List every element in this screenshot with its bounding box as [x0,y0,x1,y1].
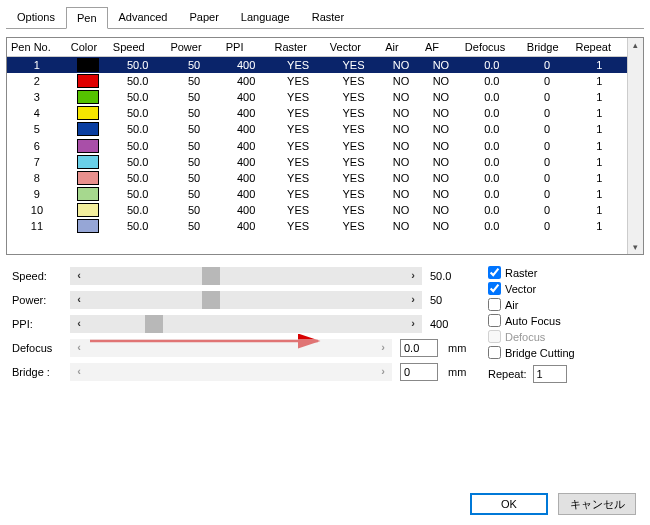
color-swatch[interactable] [77,106,99,120]
cancel-button[interactable]: キャンセル [558,493,636,515]
column-header[interactable]: Power [166,38,221,57]
defocus-slider: ‹› [70,339,392,357]
table-scrollbar[interactable]: ▴ ▾ [627,38,643,254]
speed-label: Speed: [12,270,70,282]
ppi-thumb[interactable] [145,315,163,333]
autofocus-checkbox-label: Auto Focus [505,315,561,327]
power-increase[interactable]: › [404,291,422,309]
color-swatch[interactable] [77,203,99,217]
table-row[interactable]: 550.050400YESYESNONO0.001 [7,121,627,137]
air-checkbox-label: Air [505,299,518,311]
repeat-label: Repeat: [488,368,527,380]
defocus-checkbox [488,330,501,343]
color-swatch[interactable] [77,122,99,136]
column-header[interactable]: Color [67,38,109,57]
ppi-slider[interactable]: ‹› [70,315,422,333]
defocus-value-input[interactable] [400,339,438,357]
color-swatch[interactable] [77,155,99,169]
bridge-unit: mm [448,366,474,378]
bridge-label: Bridge : [12,366,70,378]
color-swatch[interactable] [77,139,99,153]
table-row[interactable]: 950.050400YESYESNONO0.001 [7,186,627,202]
column-header[interactable]: Raster [270,38,325,57]
color-swatch[interactable] [77,74,99,88]
ppi-value: 400 [430,315,474,333]
power-slider[interactable]: ‹› [70,291,422,309]
ppi-label: PPI: [12,318,70,330]
color-swatch[interactable] [77,219,99,233]
color-swatch[interactable] [77,90,99,104]
tab-raster[interactable]: Raster [301,6,355,28]
tab-pen[interactable]: Pen [66,7,108,29]
power-decrease[interactable]: ‹ [70,291,88,309]
speed-increase[interactable]: › [404,267,422,285]
column-header[interactable]: Defocus [461,38,523,57]
bridgecut-checkbox[interactable] [488,346,501,359]
raster-checkbox[interactable] [488,266,501,279]
scroll-up-icon[interactable]: ▴ [633,40,638,50]
column-header[interactable]: Repeat [572,38,627,57]
power-label: Power: [12,294,70,306]
table-row[interactable]: 750.050400YESYESNONO0.001 [7,154,627,170]
table-row[interactable]: 650.050400YESYESNONO0.001 [7,137,627,153]
table-row[interactable]: 1050.050400YESYESNONO0.001 [7,202,627,218]
defocus-label: Defocus [12,342,70,354]
speed-value: 50.0 [430,267,474,285]
table-row[interactable]: 350.050400YESYESNONO0.001 [7,89,627,105]
color-swatch[interactable] [77,187,99,201]
speed-slider[interactable]: ‹› [70,267,422,285]
table-row[interactable]: 450.050400YESYESNONO0.001 [7,105,627,121]
defocus-increase: › [374,339,392,357]
table-row[interactable]: 850.050400YESYESNONO0.001 [7,170,627,186]
table-row[interactable]: 1150.050400YESYESNONO0.001 [7,218,627,234]
column-header[interactable]: AF [421,38,461,57]
defocus-checkbox-label: Defocus [505,331,545,343]
column-header[interactable]: Bridge [523,38,572,57]
bridge-value-input[interactable] [400,363,438,381]
column-header[interactable]: Air [381,38,421,57]
vector-checkbox-label: Vector [505,283,536,295]
bridge-slider: ‹› [70,363,392,381]
ppi-decrease[interactable]: ‹ [70,315,88,333]
air-checkbox[interactable] [488,298,501,311]
bridge-decrease: ‹ [70,363,88,381]
table-row[interactable]: 150.050400YESYESNONO0.001 [7,57,627,74]
vector-checkbox[interactable] [488,282,501,295]
autofocus-checkbox[interactable] [488,314,501,327]
bridge-increase: › [374,363,392,381]
defocus-unit: mm [448,342,474,354]
column-header[interactable]: PPI [222,38,271,57]
tab-paper[interactable]: Paper [178,6,229,28]
pen-table[interactable]: Pen No.ColorSpeedPowerPPIRasterVectorAir… [6,37,644,255]
defocus-decrease: ‹ [70,339,88,357]
ok-button[interactable]: OK [470,493,548,515]
color-swatch[interactable] [77,58,99,72]
raster-checkbox-label: Raster [505,267,537,279]
column-header[interactable]: Vector [326,38,381,57]
tab-options[interactable]: Options [6,6,66,28]
scroll-down-icon[interactable]: ▾ [633,242,638,252]
table-row[interactable]: 250.050400YESYESNONO0.001 [7,73,627,89]
power-thumb[interactable] [202,291,220,309]
bridgecut-checkbox-label: Bridge Cutting [505,347,575,359]
ppi-increase[interactable]: › [404,315,422,333]
speed-decrease[interactable]: ‹ [70,267,88,285]
tab-advanced[interactable]: Advanced [108,6,179,28]
speed-thumb[interactable] [202,267,220,285]
power-value: 50 [430,291,474,309]
column-header[interactable]: Speed [109,38,167,57]
color-swatch[interactable] [77,171,99,185]
repeat-input[interactable] [533,365,567,383]
tab-language[interactable]: Language [230,6,301,28]
column-header[interactable]: Pen No. [7,38,67,57]
